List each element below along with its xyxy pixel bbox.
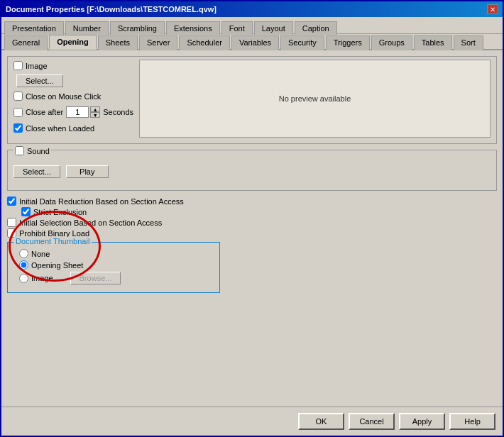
thumbnail-group-title: Document Thumbnail bbox=[13, 237, 92, 245]
sound-section: Select... Play bbox=[13, 159, 491, 184]
title-bar: Document Properties [F:\Downloads\TESTCO… bbox=[1, 1, 503, 17]
tab-number[interactable]: Number bbox=[65, 21, 109, 35]
seconds-label: Seconds bbox=[103, 108, 133, 116]
window-title: Document Properties [F:\Downloads\TESTCO… bbox=[6, 5, 217, 13]
tab-extensions[interactable]: Extensions bbox=[166, 21, 220, 35]
tab-groups[interactable]: Groups bbox=[371, 35, 412, 50]
thumbnail-image-label: Image bbox=[31, 274, 53, 282]
initial-data-reduction-checkbox[interactable] bbox=[7, 197, 16, 206]
thumbnail-opening-label: Opening Sheet bbox=[31, 261, 83, 270]
sound-checkbox[interactable] bbox=[15, 146, 24, 155]
image-checkbox-row: Image bbox=[13, 61, 133, 70]
tabs-row1: Presentation Number Scrambling Extension… bbox=[1, 17, 503, 34]
initial-selection-checkbox[interactable] bbox=[7, 218, 16, 227]
tab-variables[interactable]: Variables bbox=[231, 35, 279, 50]
tab-opening[interactable]: Opening bbox=[49, 35, 97, 50]
close-after-input[interactable] bbox=[66, 106, 89, 118]
tab-layout[interactable]: Layout bbox=[254, 21, 293, 35]
cancel-button[interactable]: Cancel bbox=[349, 413, 395, 430]
thumbnail-none-radio[interactable] bbox=[19, 249, 28, 258]
main-window: Document Properties [F:\Downloads\TESTCO… bbox=[0, 0, 504, 437]
tab-presentation[interactable]: Presentation bbox=[4, 21, 64, 35]
spin-down-button[interactable]: ▼ bbox=[90, 112, 100, 118]
close-when-loaded-label: Close when Loaded bbox=[26, 124, 94, 133]
tab-security[interactable]: Security bbox=[280, 35, 324, 50]
sound-label: Sound bbox=[27, 147, 50, 155]
close-window-button[interactable]: ✕ bbox=[487, 4, 498, 14]
tab-server[interactable]: Server bbox=[139, 35, 177, 50]
image-controls: Image Select... Close on Mouse Click Clo… bbox=[13, 60, 133, 138]
close-after-row: Close after ▲ ▼ Seconds bbox=[13, 106, 133, 118]
initial-data-reduction-label: Initial Data Reduction Based on Section … bbox=[19, 197, 184, 206]
thumbnail-group: Document Thumbnail None Opening Sheet Im… bbox=[7, 242, 220, 293]
close-after-label: Close after bbox=[26, 108, 63, 116]
tab-general[interactable]: General bbox=[4, 35, 48, 50]
sound-group: Sound Select... Play bbox=[7, 150, 497, 191]
thumbnail-opening-radio[interactable] bbox=[19, 260, 28, 270]
strict-exclusion-row: Strict Exclusion bbox=[21, 207, 497, 216]
tab-scrambling[interactable]: Scrambling bbox=[110, 21, 165, 35]
thumbnail-none-label: None bbox=[31, 250, 50, 258]
image-checkbox[interactable] bbox=[13, 61, 23, 70]
prohibit-binary-label: Prohibit Binary Load bbox=[19, 229, 89, 238]
preview-box: No preview available bbox=[139, 60, 491, 138]
sound-title-row: Sound bbox=[13, 146, 51, 155]
apply-button[interactable]: Apply bbox=[399, 413, 445, 430]
tab-scheduler[interactable]: Scheduler bbox=[179, 35, 230, 50]
tab-sort[interactable]: Sort bbox=[454, 35, 483, 50]
close-on-mouse-click-row: Close on Mouse Click bbox=[13, 92, 133, 101]
thumbnail-image-radio[interactable] bbox=[19, 274, 28, 283]
image-group: Image Select... Close on Mouse Click Clo… bbox=[7, 56, 497, 144]
bottom-buttons: OK Cancel Apply Help bbox=[1, 406, 503, 436]
options-section: Initial Data Reduction Based on Section … bbox=[7, 197, 497, 238]
close-after-checkbox[interactable] bbox=[13, 108, 23, 117]
close-on-mouse-click-label: Close on Mouse Click bbox=[26, 92, 101, 101]
tab-font[interactable]: Font bbox=[221, 21, 253, 35]
strict-exclusion-label: Strict Exclusion bbox=[33, 208, 87, 216]
close-on-mouse-click-checkbox[interactable] bbox=[13, 92, 23, 101]
image-select-button[interactable]: Select... bbox=[16, 74, 63, 87]
sound-select-button[interactable]: Select... bbox=[13, 165, 60, 178]
help-button[interactable]: Help bbox=[449, 413, 495, 430]
close-after-input-wrap: ▲ ▼ bbox=[66, 106, 100, 118]
close-when-loaded-row: Close when Loaded bbox=[13, 123, 133, 133]
tabs-row2: General Opening Sheets Server Scheduler … bbox=[1, 34, 503, 50]
initial-selection-label: Initial Selection Based on Section Acces… bbox=[19, 218, 162, 227]
tab-tables[interactable]: Tables bbox=[414, 35, 452, 50]
content-area: Image Select... Close on Mouse Click Clo… bbox=[1, 50, 503, 406]
tab-caption[interactable]: Caption bbox=[295, 21, 337, 35]
strict-exclusion-checkbox[interactable] bbox=[21, 207, 31, 216]
initial-data-reduction-row: Initial Data Reduction Based on Section … bbox=[7, 197, 497, 206]
image-checkbox-label: Image bbox=[26, 62, 48, 70]
thumbnail-opening-row: Opening Sheet bbox=[19, 260, 214, 270]
ok-button[interactable]: OK bbox=[298, 413, 344, 430]
spin-up-button[interactable]: ▲ bbox=[90, 106, 100, 112]
close-when-loaded-checkbox[interactable] bbox=[13, 123, 23, 133]
tab-triggers[interactable]: Triggers bbox=[326, 35, 370, 50]
browse-button[interactable]: Browse... bbox=[70, 272, 121, 284]
thumbnail-image-row: Image Browse... bbox=[19, 272, 214, 284]
play-button[interactable]: Play bbox=[66, 165, 109, 178]
initial-selection-row: Initial Selection Based on Section Acces… bbox=[7, 218, 497, 227]
spin-buttons: ▲ ▼ bbox=[90, 106, 100, 118]
image-section: Image Select... Close on Mouse Click Clo… bbox=[13, 60, 491, 138]
thumbnail-none-row: None bbox=[19, 249, 214, 258]
preview-text: No preview available bbox=[279, 94, 351, 103]
tab-sheets[interactable]: Sheets bbox=[98, 35, 138, 50]
